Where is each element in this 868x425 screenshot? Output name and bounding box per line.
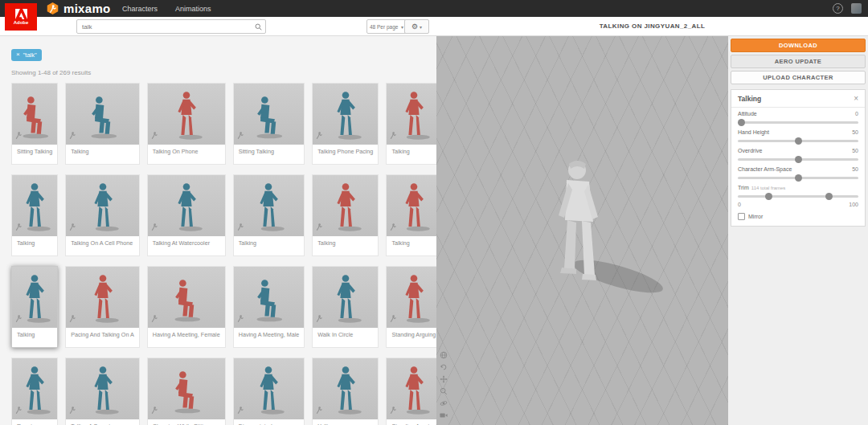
animation-card-label: Talking [12, 236, 57, 255]
animation-thumbnail [387, 175, 437, 236]
animation-type-icon [316, 128, 322, 142]
animation-thumbnail [313, 267, 378, 328]
search-input[interactable] [77, 23, 251, 31]
animation-card[interactable]: Talking Phone Pacing [312, 83, 379, 165]
animation-type-icon [151, 403, 158, 417]
animation-type-icon [316, 311, 322, 325]
animation-card-label: Standing Arguing [387, 419, 437, 425]
animation-settings-panel: Talking × Attitude 0 Hand Hei [731, 89, 866, 227]
animation-type-icon [15, 403, 22, 417]
per-page-select[interactable]: 48 Per page ▾ [366, 19, 407, 34]
preview-character [531, 148, 676, 300]
animation-thumbnail [12, 267, 57, 328]
3d-viewport[interactable] [436, 35, 728, 425]
slider-thumb[interactable] [795, 174, 802, 182]
slider-track[interactable] [738, 140, 858, 142]
slider-thumb[interactable] [738, 119, 745, 126]
slider-track[interactable] [738, 177, 858, 179]
view-settings-button[interactable]: ⚙ ▾ [404, 19, 429, 34]
slider-label: Hand Height [738, 129, 769, 135]
animation-thumbnail [387, 267, 437, 328]
close-icon[interactable]: × [16, 51, 20, 58]
globe-icon[interactable] [439, 350, 448, 360]
mirror-checkbox[interactable] [738, 213, 745, 220]
user-avatar[interactable] [851, 3, 862, 14]
trim-range-track[interactable] [738, 195, 858, 198]
animation-card[interactable]: Sitting Talking [11, 83, 58, 165]
animation-card[interactable]: Talking [11, 174, 58, 256]
viewport-toolbar [439, 350, 448, 420]
slider-thumb[interactable] [795, 156, 802, 163]
animation-card-label: Rapping [12, 419, 57, 425]
animation-card[interactable]: Talking [386, 83, 437, 165]
animation-card[interactable]: Talking On Phone [147, 83, 226, 165]
animation-card[interactable]: Standing Arguing [386, 266, 437, 348]
animation-card[interactable]: Telling A Secret [65, 358, 140, 425]
animation-card[interactable]: Talking On A Cell Phone [65, 174, 140, 256]
search-filter-chip[interactable]: × "talk" [11, 49, 42, 61]
slider-label: Attitude [738, 111, 757, 116]
animation-type-icon [69, 311, 76, 325]
close-icon[interactable]: × [854, 95, 858, 103]
animation-card-label: Talking [313, 236, 378, 255]
animation-card[interactable]: Walk In Circle [312, 266, 379, 348]
slider-track[interactable] [738, 158, 858, 161]
mirror-option[interactable]: Mirror [738, 213, 858, 220]
animation-card[interactable]: Talking At Watercooler [147, 174, 226, 256]
animation-card[interactable]: Talking [386, 174, 437, 256]
trim-range-thumb[interactable] [765, 193, 772, 200]
animation-card[interactable]: Talking [312, 174, 379, 256]
nav-characters[interactable]: Characters [122, 5, 158, 13]
animation-card-label: Cheering While Sitting [148, 419, 225, 425]
rotate-icon[interactable] [439, 362, 448, 372]
trim-range-thumb[interactable] [825, 193, 833, 200]
animation-card[interactable]: Talking [11, 266, 58, 348]
animation-card[interactable]: Rapping [11, 358, 58, 425]
animation-type-icon [15, 311, 22, 325]
upload-character-button[interactable]: UPLOAD CHARACTER [731, 71, 866, 84]
orbit-icon[interactable] [439, 398, 448, 408]
help-icon[interactable]: ? [833, 3, 843, 14]
slider-value: 50 [852, 148, 858, 153]
animation-card-label: Talking On Phone [148, 145, 225, 164]
animation-card-label: Sitting Talking [12, 145, 57, 164]
download-button[interactable]: DOWNLOAD [731, 39, 866, 52]
animation-card[interactable]: Talking [65, 83, 140, 165]
animation-thumbnail [313, 175, 378, 236]
animation-card[interactable]: Pacing And Talking On A [65, 266, 140, 348]
animation-thumbnail [66, 84, 139, 145]
mixamo-brand[interactable]: mixamo [47, 0, 111, 17]
aero-update-button[interactable]: AERO UPDATE [731, 55, 866, 68]
animation-type-icon [390, 128, 396, 142]
mixamo-app: mixamo Characters Animations ? Adobe 48 … [0, 0, 868, 425]
slider: Character Arm-Space 50 [738, 166, 858, 179]
slider-track[interactable] [738, 121, 858, 124]
animation-type-icon [316, 219, 322, 234]
camera-icon[interactable] [439, 411, 448, 420]
animation-thumbnail [313, 84, 378, 145]
animation-card[interactable]: Cheering While Sitting [147, 358, 226, 425]
animation-type-icon [237, 219, 244, 234]
search-icon[interactable] [251, 23, 265, 31]
zoom-icon[interactable] [439, 386, 448, 396]
animation-type-icon [390, 311, 396, 325]
slider-thumb[interactable] [795, 137, 802, 145]
animation-type-icon [390, 219, 396, 234]
animation-card[interactable]: Yelling [312, 358, 379, 425]
adobe-logo[interactable]: Adobe [5, 3, 37, 31]
animation-card[interactable]: Sitting Talking [233, 83, 305, 165]
animation-card[interactable]: Having A Meeting, Male [233, 266, 305, 348]
animation-card[interactable]: Standing Arguing [386, 358, 437, 425]
trim-label: Trim [738, 185, 749, 190]
animation-card[interactable]: Having A Meeting, Female [147, 266, 226, 348]
animation-thumbnail [66, 175, 139, 236]
animation-type-icon [15, 219, 22, 234]
pan-icon[interactable] [439, 374, 448, 384]
animation-card[interactable]: Disappointed [233, 358, 305, 425]
animation-thumbnail [234, 358, 305, 419]
nav-animations[interactable]: Animations [175, 5, 211, 13]
animation-thumbnail [234, 84, 305, 145]
animation-card-label: Talking On A Cell Phone [66, 236, 139, 255]
topbar: mixamo Characters Animations ? [0, 0, 868, 17]
animation-card[interactable]: Talking [233, 174, 305, 256]
